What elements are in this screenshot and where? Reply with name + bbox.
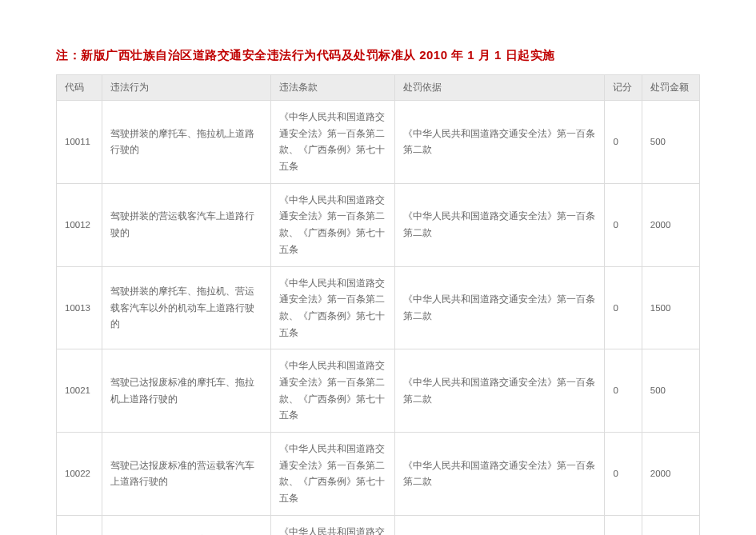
cell-behavior: 驾驶已达报废标准的营运载客汽车上道路行驶的	[102, 433, 270, 516]
table-row: 10012 驾驶拼装的营运载客汽车上道路行驶的 《中华人民共和国道路交通安全法》…	[57, 183, 700, 266]
cell-score: 0	[605, 515, 642, 535]
cell-basis: 《中华人民共和国道路交通安全法》第一百条第二款	[394, 266, 605, 349]
cell-basis: 《中华人民共和国道路交通安全法》第一百条第二款	[394, 183, 605, 266]
cell-behavior: 驾驶拼装的摩托车、拖拉机、营运载客汽车以外的机动车上道路行驶的	[102, 266, 270, 349]
cell-fine: 1500	[642, 266, 699, 349]
col-clause: 违法条款	[270, 75, 394, 101]
cell-clause: 《中华人民共和国道路交通安全法》第一百条第二款、《广西条例》第七十五条	[270, 349, 394, 433]
cell-clause: 《中华人民共和国道路交通安全法》第一百条第二款、《广西条例》第七十五条	[270, 433, 394, 516]
cell-score: 0	[605, 433, 642, 516]
cell-fine: 500	[642, 349, 699, 433]
cell-code: 10023	[57, 515, 102, 535]
violation-table: 代码 违法行为 违法条款 处罚依据 记分 处罚金额 10011 驾驶拼装的摩托车…	[56, 74, 700, 535]
cell-code: 10011	[57, 101, 102, 184]
cell-code: 10012	[57, 183, 102, 266]
cell-fine: 2000	[642, 183, 699, 266]
cell-behavior: 驾驶拼装的摩托车、拖拉机上道路行驶的	[102, 101, 270, 184]
page-title: 注：新版广西壮族自治区道路交通安全违法行为代码及处罚标准从 2010 年 1 月…	[56, 48, 700, 63]
cell-code: 10022	[57, 433, 102, 516]
cell-fine: 1500	[642, 515, 699, 535]
cell-clause: 《中华人民共和国道路交通安全法》第一百条第二款、《广西条例》第七十五条	[270, 183, 394, 266]
cell-score: 0	[605, 349, 642, 433]
cell-code: 10013	[57, 266, 102, 349]
col-code: 代码	[57, 75, 102, 101]
cell-clause: 《中华人民共和国道路交通安全法》第一百条第二款、《广西条例》第七十五条	[270, 515, 394, 535]
cell-fine: 500	[642, 101, 699, 184]
col-score: 记分	[605, 75, 642, 101]
table-row: 10023 驾驶已达报废标准的摩托车、拖拉机、营运载客汽车以外的机动车上道路行驶…	[57, 515, 700, 535]
cell-basis: 《中华人民共和国道路交通安全法》第一百条第二款	[394, 349, 605, 433]
col-fine: 处罚金额	[642, 75, 699, 101]
table-row: 10011 驾驶拼装的摩托车、拖拉机上道路行驶的 《中华人民共和国道路交通安全法…	[57, 101, 700, 184]
cell-score: 0	[605, 183, 642, 266]
cell-fine: 2000	[642, 433, 699, 516]
table-row: 10022 驾驶已达报废标准的营运载客汽车上道路行驶的 《中华人民共和国道路交通…	[57, 433, 700, 516]
cell-score: 0	[605, 266, 642, 349]
cell-behavior: 驾驶已达报废标准的摩托车、拖拉机、营运载客汽车以外的机动车上道路行驶的	[102, 515, 270, 535]
cell-behavior: 驾驶拼装的营运载客汽车上道路行驶的	[102, 183, 270, 266]
cell-clause: 《中华人民共和国道路交通安全法》第一百条第二款、《广西条例》第七十五条	[270, 101, 394, 184]
table-row: 10013 驾驶拼装的摩托车、拖拉机、营运载客汽车以外的机动车上道路行驶的 《中…	[57, 266, 700, 349]
cell-score: 0	[605, 101, 642, 184]
cell-basis: 《中华人民共和国道路交通安全法》第一百条第二款	[394, 101, 605, 184]
cell-behavior: 驾驶已达报废标准的摩托车、拖拉机上道路行驶的	[102, 349, 270, 433]
cell-basis: 《中华人民共和国道路交通安全法》第一百条第二款	[394, 515, 605, 535]
col-behavior: 违法行为	[102, 75, 270, 101]
cell-clause: 《中华人民共和国道路交通安全法》第一百条第二款、《广西条例》第七十五条	[270, 266, 394, 349]
table-row: 10021 驾驶已达报废标准的摩托车、拖拉机上道路行驶的 《中华人民共和国道路交…	[57, 349, 700, 433]
cell-code: 10021	[57, 349, 102, 433]
cell-basis: 《中华人民共和国道路交通安全法》第一百条第二款	[394, 433, 605, 516]
table-header-row: 代码 违法行为 违法条款 处罚依据 记分 处罚金额	[57, 75, 700, 101]
col-basis: 处罚依据	[394, 75, 605, 101]
